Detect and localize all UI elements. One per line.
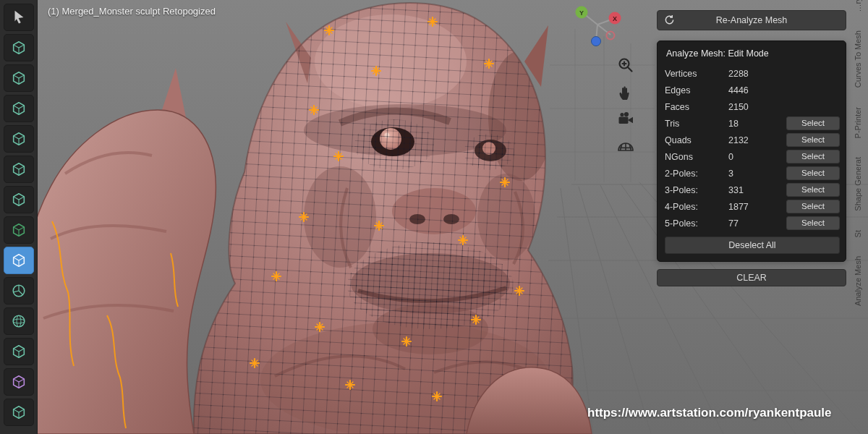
select-5-poles-button[interactable]: Select xyxy=(786,216,840,230)
gizmo-minus-axis[interactable] xyxy=(607,32,615,40)
tool-shelf xyxy=(0,0,38,434)
stat-row-vertices: Vertices2288 xyxy=(665,65,840,82)
tool-button-move[interactable] xyxy=(4,95,34,122)
gizmo-x-label: X xyxy=(613,15,617,22)
stat-row-4-poles: 4-Poles:1877Select xyxy=(665,198,840,215)
viewport-nav-controls xyxy=(614,54,637,157)
panel-title: Analyze Mesh: Edit Mode xyxy=(665,47,840,65)
tool-button-transform[interactable] xyxy=(4,186,34,213)
perspective-grid-icon[interactable] xyxy=(614,134,637,157)
tool-button-tweak-select[interactable] xyxy=(4,4,34,31)
select-4-poles-button[interactable]: Select xyxy=(786,200,840,213)
camera-view-icon[interactable] xyxy=(614,107,637,130)
select-tris-button[interactable]: Select xyxy=(786,116,840,130)
reanalyze-mesh-button[interactable]: Re-Analyze Mesh xyxy=(657,10,846,30)
stat-row-ngons: NGons0Select xyxy=(665,148,840,165)
stat-row-3-poles: 3-Poles:331Select xyxy=(665,182,840,198)
tool-button-bevel[interactable] xyxy=(4,368,34,396)
zoom-icon[interactable] xyxy=(614,54,637,77)
tool-button-cursor-3d[interactable] xyxy=(4,64,34,92)
stat-row-faces: Faces2150 xyxy=(665,98,840,115)
gizmo-z-axis[interactable] xyxy=(592,37,601,46)
tool-button-loop-cut[interactable] xyxy=(4,399,34,426)
tool-button-inset-faces[interactable] xyxy=(4,338,34,365)
side-tab-st[interactable]: St xyxy=(854,230,862,237)
stat-row-2-poles: 2-Poles:3Select xyxy=(665,165,840,182)
tool-button-spin[interactable] xyxy=(4,277,34,305)
viewport-header-text: (1) Merged_Monster sculpt Retopogized xyxy=(48,6,216,17)
select-ngons-button[interactable]: Select xyxy=(786,150,840,163)
tool-button-scale[interactable] xyxy=(4,156,34,183)
pan-hand-icon[interactable] xyxy=(614,80,637,103)
orientation-gizmo[interactable]: Y X xyxy=(570,3,625,46)
tool-button-active-brush[interactable] xyxy=(4,247,34,274)
stat-row-edges: Edges4446 xyxy=(665,82,840,98)
side-tab-analyze-mesh[interactable]: Analyze Mesh xyxy=(854,256,862,306)
side-tab-partial[interactable]: …rype xyxy=(854,0,862,12)
sidebar-tab-strip: …rype Curves To Mesh P-Printer Shape Gen… xyxy=(848,0,868,434)
clear-button[interactable]: CLEAR xyxy=(657,269,846,286)
artstation-watermark: https://www.artstation.com/ryankentpaule xyxy=(587,406,832,420)
tool-button-select-box[interactable] xyxy=(4,34,34,61)
select-quads-button[interactable]: Select xyxy=(786,133,840,147)
reanalyze-label: Re-Analyze Mesh xyxy=(716,15,788,25)
tool-button-poly-build[interactable] xyxy=(4,216,34,244)
side-tab-shape-generator[interactable]: Shape Generat xyxy=(854,157,862,211)
gizmo-y-label: Y xyxy=(579,9,584,17)
tool-button-sphere-project[interactable] xyxy=(4,307,34,335)
stat-row-tris: Tris18Select xyxy=(665,115,840,132)
refresh-icon xyxy=(664,14,675,25)
side-tab-curves-to-mesh[interactable]: Curves To Mesh xyxy=(854,30,862,88)
side-tab-p-printer[interactable]: P-Printer xyxy=(854,107,862,138)
analyze-mesh-panel: Re-Analyze Mesh Analyze Mesh: Edit Mode … xyxy=(657,10,846,286)
select-2-poles-button[interactable]: Select xyxy=(786,166,840,180)
stat-row-5-poles: 5-Poles:77Select xyxy=(665,215,840,231)
analyze-mesh-stats-box: Analyze Mesh: Edit Mode Vertices2288 Edg… xyxy=(657,41,846,262)
stat-row-quads: Quads2132Select xyxy=(665,132,840,148)
deselect-all-button[interactable]: Deselect All xyxy=(665,237,840,254)
tool-button-rotate[interactable] xyxy=(4,125,34,153)
select-3-poles-button[interactable]: Select xyxy=(786,183,840,197)
